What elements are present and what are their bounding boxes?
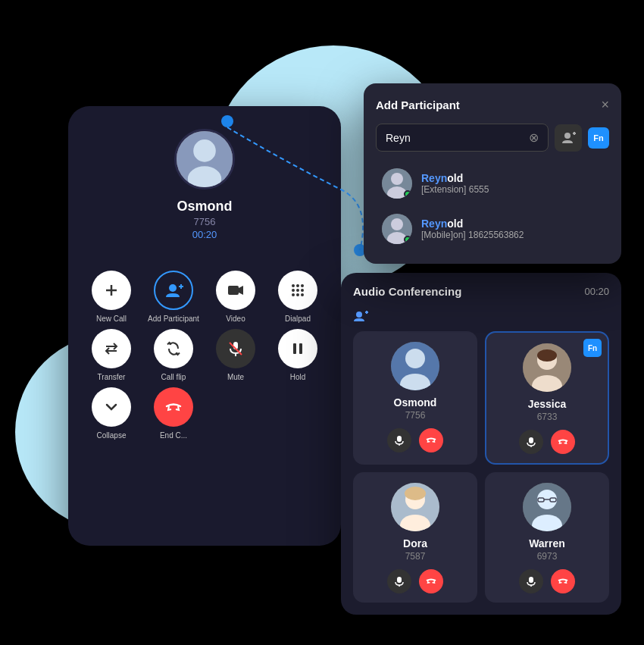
conference-title: Audio Conferencing bbox=[353, 285, 461, 298]
new-call-button[interactable]: New Call bbox=[83, 271, 139, 323]
participant-card-osmond: Osmond 7756 bbox=[353, 331, 477, 465]
new-call-icon bbox=[92, 271, 131, 310]
dialpad-button[interactable]: Dialpad bbox=[270, 271, 326, 323]
participant-controls-jessica bbox=[519, 430, 575, 454]
mic-button-warren[interactable] bbox=[519, 569, 543, 593]
dialpad-label: Dialpad bbox=[285, 315, 311, 323]
clear-icon[interactable]: ⊗ bbox=[529, 130, 539, 145]
online-indicator-1 bbox=[404, 236, 411, 243]
call-timer: 00:20 bbox=[192, 229, 217, 240]
add-participant-icon bbox=[154, 271, 193, 310]
participant-card-jessica: Fn Jessica 6733 bbox=[485, 331, 609, 465]
svg-point-46 bbox=[537, 349, 557, 362]
mic-button-osmond[interactable] bbox=[387, 428, 411, 452]
participant-ext-warren: 6973 bbox=[537, 551, 558, 562]
video-label: Video bbox=[226, 315, 245, 323]
collapse-icon bbox=[92, 387, 131, 427]
add-participant-button[interactable]: Add Participant bbox=[145, 271, 202, 323]
search-result-0[interactable]: Reynold [Extension] 6555 bbox=[376, 161, 609, 206]
svg-point-18 bbox=[292, 293, 295, 296]
transfer-button[interactable]: Transfer bbox=[83, 329, 139, 381]
svg-rect-53 bbox=[397, 577, 402, 583]
call-panel: Osmond 7756 00:20 New Call Add Participa… bbox=[68, 106, 341, 546]
end-call-label: End C... bbox=[160, 431, 187, 440]
participant-ext-dora: 7587 bbox=[405, 551, 426, 562]
conference-icon-row bbox=[353, 308, 609, 324]
hangup-button-warren[interactable] bbox=[551, 569, 575, 593]
new-call-label: New Call bbox=[96, 315, 127, 323]
hangup-button-dora[interactable] bbox=[419, 569, 443, 593]
result-info-0: Reynold [Extension] 6555 bbox=[421, 172, 603, 195]
participant-avatar-jessica bbox=[523, 343, 571, 392]
add-contact-button[interactable] bbox=[555, 124, 582, 152]
svg-point-33 bbox=[391, 218, 403, 230]
participant-card-warren: Warren 6973 bbox=[485, 472, 609, 603]
add-participant-popup: Add Participant × ⊗ Fn R bbox=[364, 83, 621, 264]
participant-avatar-dora bbox=[391, 483, 439, 531]
participant-ext-osmond: 7756 bbox=[405, 410, 426, 421]
add-participant-conf-icon bbox=[353, 308, 368, 324]
popup-header: Add Participant × bbox=[376, 97, 609, 113]
hangup-button-jessica[interactable] bbox=[551, 430, 575, 454]
svg-point-12 bbox=[292, 284, 295, 287]
result-detail-0: [Extension] 6555 bbox=[421, 184, 603, 195]
svg-rect-10 bbox=[228, 286, 239, 295]
collapse-button[interactable]: Collapse bbox=[83, 387, 139, 440]
transfer-icon bbox=[92, 329, 131, 368]
video-button[interactable]: Video bbox=[208, 271, 264, 323]
svg-point-15 bbox=[292, 289, 295, 292]
participant-name-dora: Dora bbox=[403, 537, 427, 550]
result-info-1: Reynold [Mobile]on] 18625563862 bbox=[421, 218, 603, 240]
result-name-1: Reynold bbox=[421, 218, 603, 230]
jessica-fn-badge: Fn bbox=[583, 339, 602, 357]
svg-point-39 bbox=[405, 349, 425, 368]
result-avatar-0 bbox=[382, 168, 412, 199]
hold-button[interactable]: Hold bbox=[270, 329, 326, 381]
svg-point-30 bbox=[391, 173, 403, 185]
dialpad-icon bbox=[278, 271, 317, 310]
svg-point-13 bbox=[296, 284, 299, 287]
svg-point-7 bbox=[169, 284, 177, 292]
popup-title: Add Participant bbox=[376, 99, 460, 111]
call-flip-button[interactable]: Call flip bbox=[145, 329, 202, 381]
online-indicator-0 bbox=[404, 190, 411, 198]
participant-avatar-warren bbox=[523, 483, 571, 531]
conference-timer: 00:20 bbox=[584, 286, 609, 297]
hangup-button-osmond[interactable] bbox=[419, 428, 443, 452]
end-call-button[interactable]: End C... bbox=[145, 387, 202, 440]
participant-name-osmond: Osmond bbox=[394, 396, 437, 409]
mute-button[interactable]: Mute bbox=[208, 329, 264, 381]
conference-header: Audio Conferencing 00:20 bbox=[353, 285, 609, 298]
mic-button-jessica[interactable] bbox=[519, 430, 543, 454]
fn-badge[interactable]: Fn bbox=[588, 127, 609, 149]
search-result-1[interactable]: Reynold [Mobile]on] 18625563862 bbox=[376, 206, 609, 252]
svg-rect-24 bbox=[293, 343, 296, 354]
call-flip-label: Call flip bbox=[161, 373, 186, 381]
mute-label: Mute bbox=[227, 373, 244, 381]
svg-rect-25 bbox=[299, 343, 302, 354]
transfer-label: Transfer bbox=[98, 373, 126, 381]
result-detail-1: [Mobile]on] 18625563862 bbox=[421, 230, 603, 240]
svg-point-17 bbox=[301, 289, 304, 292]
svg-rect-61 bbox=[529, 577, 533, 583]
video-icon bbox=[216, 271, 255, 310]
search-row: ⊗ Fn bbox=[376, 124, 609, 152]
svg-point-26 bbox=[564, 133, 571, 139]
svg-point-35 bbox=[356, 312, 362, 318]
mic-button-dora[interactable] bbox=[387, 569, 411, 593]
search-input-wrap: ⊗ bbox=[376, 124, 549, 152]
close-button[interactable]: × bbox=[601, 97, 609, 113]
search-input[interactable] bbox=[386, 132, 529, 144]
participant-ext-jessica: 6733 bbox=[537, 412, 558, 422]
participant-card-dora: Dora 7587 bbox=[353, 472, 477, 603]
add-participant-label: Add Participant bbox=[148, 315, 199, 323]
svg-point-52 bbox=[405, 487, 426, 500]
call-flip-icon bbox=[154, 329, 193, 368]
conference-panel: Audio Conferencing 00:20 Osmond 7756 bbox=[341, 273, 621, 615]
participant-controls-dora bbox=[387, 569, 443, 593]
end-call-icon bbox=[154, 387, 193, 427]
participant-name-warren: Warren bbox=[529, 537, 565, 550]
mute-icon bbox=[216, 329, 255, 368]
participant-name-jessica: Jessica bbox=[528, 398, 567, 410]
svg-point-3 bbox=[193, 139, 216, 162]
